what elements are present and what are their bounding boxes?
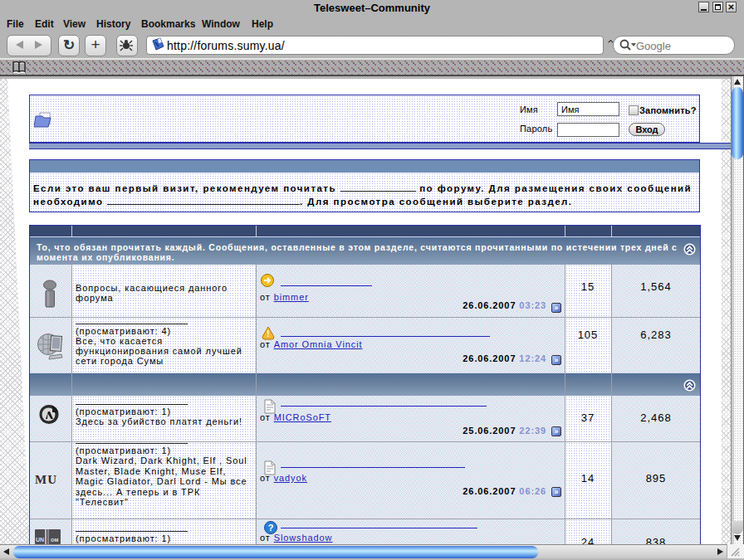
svg-text:!: ! [267,329,269,338]
svg-text:?: ? [268,523,274,533]
